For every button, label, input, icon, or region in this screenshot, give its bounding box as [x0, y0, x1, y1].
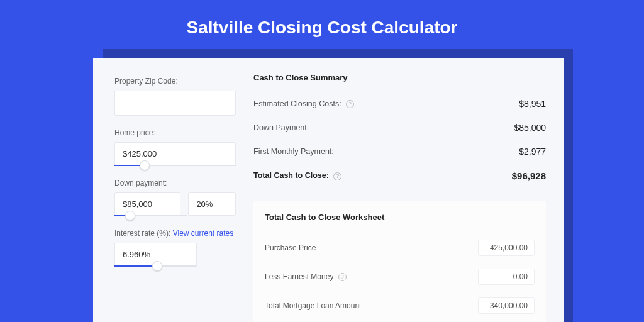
interest-label-row: Interest rate (%): View current rates: [114, 229, 236, 238]
summary-total-label: Total Cash to Close:: [253, 171, 329, 180]
summary-label: Down Payment:: [253, 123, 309, 132]
down-payment-pct-input[interactable]: [188, 192, 236, 216]
down-payment-input[interactable]: [114, 192, 180, 216]
zip-field-group: Property Zip Code:: [114, 77, 236, 116]
interest-slider-fill: [114, 265, 157, 267]
summary-row: Down Payment: $85,000: [253, 118, 546, 142]
down-payment-field-group: Down payment:: [114, 179, 236, 216]
summary-value: $2,977: [519, 147, 546, 157]
home-price-slider[interactable]: [114, 165, 236, 166]
home-price-field-group: Home price:: [114, 128, 236, 166]
summary-total-value: $96,928: [512, 170, 546, 181]
summary-value: $8,951: [519, 99, 546, 109]
worksheet-row: Total Mortgage Loan Amount 340,000.00: [265, 291, 535, 320]
page-title: Saltville Closing Cost Calculator: [0, 0, 644, 38]
zip-label: Property Zip Code:: [114, 77, 236, 86]
view-rates-link[interactable]: View current rates: [173, 229, 234, 238]
worksheet-label: Less Earnest Money: [265, 272, 333, 281]
worksheet-row: Purchase Price 425,000.00: [265, 233, 535, 262]
interest-field-group: Interest rate (%): View current rates: [114, 229, 236, 267]
worksheet-title: Total Cash to Close Worksheet: [265, 213, 535, 222]
down-payment-slider[interactable]: [114, 215, 187, 216]
summary-row: First Monthly Payment: $2,977: [253, 142, 546, 165]
zip-input[interactable]: [114, 91, 236, 116]
input-column: Property Zip Code: Home price: Down paym…: [93, 58, 253, 322]
help-icon[interactable]: ?: [333, 172, 341, 180]
help-icon[interactable]: ?: [346, 100, 354, 108]
summary-row: Estimated Closing Costs: ? $8,951: [253, 94, 546, 118]
summary-column: Cash to Close Summary Estimated Closing …: [253, 58, 564, 322]
worksheet-row: Less Earnest Money ? 0.00: [265, 262, 535, 291]
summary-title: Cash to Close Summary: [253, 73, 546, 82]
help-icon[interactable]: ?: [338, 273, 347, 281]
interest-slider-thumb[interactable]: [152, 261, 162, 271]
summary-value: $85,000: [514, 123, 546, 133]
worksheet-panel: Total Cash to Close Worksheet Purchase P…: [253, 201, 546, 322]
down-payment-slider-thumb[interactable]: [125, 211, 135, 221]
summary-label: First Monthly Payment:: [253, 147, 334, 156]
worksheet-value[interactable]: 425,000.00: [478, 240, 535, 256]
home-price-label: Home price:: [114, 128, 236, 137]
interest-label: Interest rate (%):: [114, 229, 170, 238]
summary-label: Estimated Closing Costs:: [253, 99, 341, 108]
worksheet-value[interactable]: 340,000.00: [478, 297, 535, 314]
home-price-slider-thumb[interactable]: [140, 160, 150, 170]
worksheet-label: Total Mortgage Loan Amount: [265, 301, 361, 310]
worksheet-label: Purchase Price: [265, 243, 316, 252]
summary-total-row: Total Cash to Close: ? $96,928: [253, 165, 546, 190]
home-price-input[interactable]: [114, 142, 236, 165]
down-payment-label: Down payment:: [114, 179, 236, 187]
interest-slider[interactable]: [114, 265, 197, 267]
worksheet-value[interactable]: 0.00: [478, 269, 535, 285]
calculator-card: Property Zip Code: Home price: Down paym…: [93, 58, 564, 322]
